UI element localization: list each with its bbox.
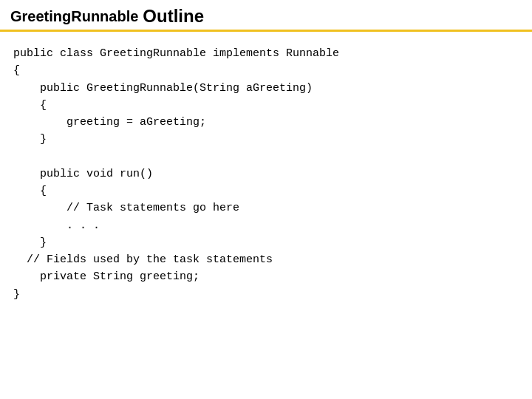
code-line: // Fields used by the task statements — [13, 251, 519, 268]
header-title-outline: Outline — [143, 6, 204, 27]
code-line: public GreetingRunnable(String aGreeting… — [13, 80, 519, 97]
code-line: { — [13, 97, 519, 114]
code-line: private String greeting; — [13, 268, 519, 285]
code-line: public void run() — [13, 166, 519, 183]
code-line: . . . — [13, 217, 519, 234]
code-line: } — [13, 286, 519, 303]
code-line: { — [13, 183, 519, 200]
code-line — [13, 149, 519, 166]
code-line: } — [13, 131, 519, 148]
page-header: GreetingRunnable Outline — [0, 0, 532, 32]
code-line: } — [13, 234, 519, 251]
code-line: greeting = aGreeting; — [13, 114, 519, 131]
code-line: // Task statements go here — [13, 200, 519, 216]
code-block: public class GreetingRunnable implements… — [0, 32, 532, 316]
code-line: public class GreetingRunnable implements… — [13, 45, 519, 62]
code-line: { — [13, 62, 519, 79]
header-title-bold: GreetingRunnable — [10, 8, 138, 25]
